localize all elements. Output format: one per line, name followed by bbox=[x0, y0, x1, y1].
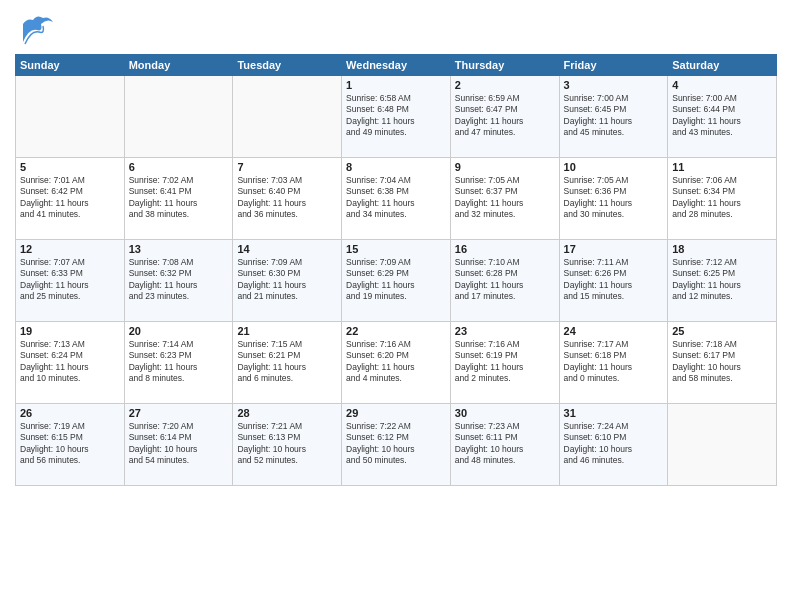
day-number: 28 bbox=[237, 407, 337, 419]
page: Sunday Monday Tuesday Wednesday Thursday… bbox=[0, 0, 792, 612]
day-number: 22 bbox=[346, 325, 446, 337]
day-number: 12 bbox=[20, 243, 120, 255]
day-number: 17 bbox=[564, 243, 664, 255]
day-info: Sunrise: 7:01 AM Sunset: 6:42 PM Dayligh… bbox=[20, 175, 120, 221]
day-number: 15 bbox=[346, 243, 446, 255]
day-info: Sunrise: 7:19 AM Sunset: 6:15 PM Dayligh… bbox=[20, 421, 120, 467]
calendar-cell: 25Sunrise: 7:18 AM Sunset: 6:17 PM Dayli… bbox=[668, 322, 777, 404]
calendar-cell: 5Sunrise: 7:01 AM Sunset: 6:42 PM Daylig… bbox=[16, 158, 125, 240]
calendar-cell: 24Sunrise: 7:17 AM Sunset: 6:18 PM Dayli… bbox=[559, 322, 668, 404]
calendar-cell: 13Sunrise: 7:08 AM Sunset: 6:32 PM Dayli… bbox=[124, 240, 233, 322]
calendar-week-row: 12Sunrise: 7:07 AM Sunset: 6:33 PM Dayli… bbox=[16, 240, 777, 322]
day-info: Sunrise: 7:11 AM Sunset: 6:26 PM Dayligh… bbox=[564, 257, 664, 303]
day-number: 26 bbox=[20, 407, 120, 419]
calendar-cell: 2Sunrise: 6:59 AM Sunset: 6:47 PM Daylig… bbox=[450, 76, 559, 158]
day-number: 24 bbox=[564, 325, 664, 337]
header bbox=[15, 10, 777, 50]
day-info: Sunrise: 7:05 AM Sunset: 6:37 PM Dayligh… bbox=[455, 175, 555, 221]
day-number: 13 bbox=[129, 243, 229, 255]
calendar-week-row: 26Sunrise: 7:19 AM Sunset: 6:15 PM Dayli… bbox=[16, 404, 777, 486]
header-thursday: Thursday bbox=[450, 55, 559, 76]
calendar-cell: 27Sunrise: 7:20 AM Sunset: 6:14 PM Dayli… bbox=[124, 404, 233, 486]
day-info: Sunrise: 7:02 AM Sunset: 6:41 PM Dayligh… bbox=[129, 175, 229, 221]
calendar-cell: 15Sunrise: 7:09 AM Sunset: 6:29 PM Dayli… bbox=[342, 240, 451, 322]
calendar-cell: 30Sunrise: 7:23 AM Sunset: 6:11 PM Dayli… bbox=[450, 404, 559, 486]
day-info: Sunrise: 7:10 AM Sunset: 6:28 PM Dayligh… bbox=[455, 257, 555, 303]
calendar-cell bbox=[233, 76, 342, 158]
calendar-cell: 20Sunrise: 7:14 AM Sunset: 6:23 PM Dayli… bbox=[124, 322, 233, 404]
day-number: 30 bbox=[455, 407, 555, 419]
day-number: 8 bbox=[346, 161, 446, 173]
day-number: 11 bbox=[672, 161, 772, 173]
day-info: Sunrise: 7:00 AM Sunset: 6:45 PM Dayligh… bbox=[564, 93, 664, 139]
day-number: 14 bbox=[237, 243, 337, 255]
day-number: 7 bbox=[237, 161, 337, 173]
calendar-cell: 29Sunrise: 7:22 AM Sunset: 6:12 PM Dayli… bbox=[342, 404, 451, 486]
calendar-cell: 11Sunrise: 7:06 AM Sunset: 6:34 PM Dayli… bbox=[668, 158, 777, 240]
calendar-cell: 1Sunrise: 6:58 AM Sunset: 6:48 PM Daylig… bbox=[342, 76, 451, 158]
day-info: Sunrise: 7:16 AM Sunset: 6:19 PM Dayligh… bbox=[455, 339, 555, 385]
day-info: Sunrise: 7:20 AM Sunset: 6:14 PM Dayligh… bbox=[129, 421, 229, 467]
day-number: 29 bbox=[346, 407, 446, 419]
day-info: Sunrise: 7:15 AM Sunset: 6:21 PM Dayligh… bbox=[237, 339, 337, 385]
logo-icon bbox=[15, 10, 55, 50]
day-number: 18 bbox=[672, 243, 772, 255]
calendar-cell: 17Sunrise: 7:11 AM Sunset: 6:26 PM Dayli… bbox=[559, 240, 668, 322]
calendar-cell: 3Sunrise: 7:00 AM Sunset: 6:45 PM Daylig… bbox=[559, 76, 668, 158]
calendar-cell: 26Sunrise: 7:19 AM Sunset: 6:15 PM Dayli… bbox=[16, 404, 125, 486]
day-info: Sunrise: 7:18 AM Sunset: 6:17 PM Dayligh… bbox=[672, 339, 772, 385]
calendar-cell: 31Sunrise: 7:24 AM Sunset: 6:10 PM Dayli… bbox=[559, 404, 668, 486]
calendar-week-row: 5Sunrise: 7:01 AM Sunset: 6:42 PM Daylig… bbox=[16, 158, 777, 240]
calendar-cell: 19Sunrise: 7:13 AM Sunset: 6:24 PM Dayli… bbox=[16, 322, 125, 404]
day-info: Sunrise: 7:14 AM Sunset: 6:23 PM Dayligh… bbox=[129, 339, 229, 385]
header-saturday: Saturday bbox=[668, 55, 777, 76]
header-tuesday: Tuesday bbox=[233, 55, 342, 76]
day-info: Sunrise: 7:04 AM Sunset: 6:38 PM Dayligh… bbox=[346, 175, 446, 221]
calendar-cell: 16Sunrise: 7:10 AM Sunset: 6:28 PM Dayli… bbox=[450, 240, 559, 322]
calendar-cell: 10Sunrise: 7:05 AM Sunset: 6:36 PM Dayli… bbox=[559, 158, 668, 240]
day-info: Sunrise: 7:22 AM Sunset: 6:12 PM Dayligh… bbox=[346, 421, 446, 467]
day-number: 10 bbox=[564, 161, 664, 173]
calendar-cell: 14Sunrise: 7:09 AM Sunset: 6:30 PM Dayli… bbox=[233, 240, 342, 322]
calendar-cell: 7Sunrise: 7:03 AM Sunset: 6:40 PM Daylig… bbox=[233, 158, 342, 240]
day-info: Sunrise: 7:16 AM Sunset: 6:20 PM Dayligh… bbox=[346, 339, 446, 385]
day-number: 4 bbox=[672, 79, 772, 91]
day-info: Sunrise: 7:24 AM Sunset: 6:10 PM Dayligh… bbox=[564, 421, 664, 467]
day-info: Sunrise: 7:17 AM Sunset: 6:18 PM Dayligh… bbox=[564, 339, 664, 385]
calendar-cell: 6Sunrise: 7:02 AM Sunset: 6:41 PM Daylig… bbox=[124, 158, 233, 240]
day-info: Sunrise: 7:06 AM Sunset: 6:34 PM Dayligh… bbox=[672, 175, 772, 221]
header-sunday: Sunday bbox=[16, 55, 125, 76]
day-info: Sunrise: 7:13 AM Sunset: 6:24 PM Dayligh… bbox=[20, 339, 120, 385]
calendar-cell: 21Sunrise: 7:15 AM Sunset: 6:21 PM Dayli… bbox=[233, 322, 342, 404]
calendar-cell bbox=[124, 76, 233, 158]
calendar-week-row: 1Sunrise: 6:58 AM Sunset: 6:48 PM Daylig… bbox=[16, 76, 777, 158]
day-number: 21 bbox=[237, 325, 337, 337]
day-number: 31 bbox=[564, 407, 664, 419]
day-number: 25 bbox=[672, 325, 772, 337]
day-number: 9 bbox=[455, 161, 555, 173]
header-wednesday: Wednesday bbox=[342, 55, 451, 76]
calendar-cell: 28Sunrise: 7:21 AM Sunset: 6:13 PM Dayli… bbox=[233, 404, 342, 486]
day-info: Sunrise: 7:08 AM Sunset: 6:32 PM Dayligh… bbox=[129, 257, 229, 303]
day-info: Sunrise: 6:59 AM Sunset: 6:47 PM Dayligh… bbox=[455, 93, 555, 139]
day-info: Sunrise: 7:21 AM Sunset: 6:13 PM Dayligh… bbox=[237, 421, 337, 467]
day-number: 6 bbox=[129, 161, 229, 173]
weekday-header-row: Sunday Monday Tuesday Wednesday Thursday… bbox=[16, 55, 777, 76]
calendar-cell: 9Sunrise: 7:05 AM Sunset: 6:37 PM Daylig… bbox=[450, 158, 559, 240]
calendar-table: Sunday Monday Tuesday Wednesday Thursday… bbox=[15, 54, 777, 486]
calendar-cell: 4Sunrise: 7:00 AM Sunset: 6:44 PM Daylig… bbox=[668, 76, 777, 158]
day-number: 2 bbox=[455, 79, 555, 91]
day-number: 23 bbox=[455, 325, 555, 337]
header-monday: Monday bbox=[124, 55, 233, 76]
day-number: 1 bbox=[346, 79, 446, 91]
calendar-cell: 12Sunrise: 7:07 AM Sunset: 6:33 PM Dayli… bbox=[16, 240, 125, 322]
day-number: 20 bbox=[129, 325, 229, 337]
day-info: Sunrise: 7:09 AM Sunset: 6:29 PM Dayligh… bbox=[346, 257, 446, 303]
calendar-week-row: 19Sunrise: 7:13 AM Sunset: 6:24 PM Dayli… bbox=[16, 322, 777, 404]
day-number: 27 bbox=[129, 407, 229, 419]
calendar-cell: 22Sunrise: 7:16 AM Sunset: 6:20 PM Dayli… bbox=[342, 322, 451, 404]
calendar-cell: 18Sunrise: 7:12 AM Sunset: 6:25 PM Dayli… bbox=[668, 240, 777, 322]
calendar-cell bbox=[668, 404, 777, 486]
day-number: 3 bbox=[564, 79, 664, 91]
day-info: Sunrise: 7:00 AM Sunset: 6:44 PM Dayligh… bbox=[672, 93, 772, 139]
